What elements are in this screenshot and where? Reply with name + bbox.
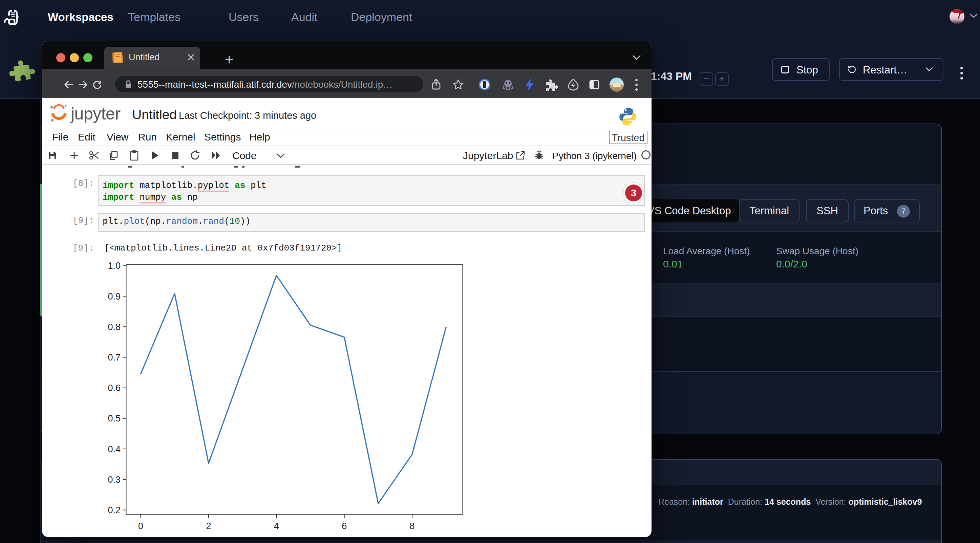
svg-text:0.7: 0.7 — [108, 352, 121, 362]
svg-text:0: 0 — [138, 521, 143, 531]
svg-text:4: 4 — [274, 521, 279, 531]
svg-text:0.3: 0.3 — [108, 475, 121, 485]
svg-text:0.9: 0.9 — [108, 292, 121, 302]
svg-text:0.8: 0.8 — [108, 322, 121, 332]
svg-text:8: 8 — [410, 521, 415, 531]
svg-text:0.4: 0.4 — [108, 444, 121, 454]
svg-text:0.2: 0.2 — [108, 505, 121, 515]
svg-text:0.6: 0.6 — [108, 383, 121, 393]
svg-text:0.5: 0.5 — [108, 413, 121, 424]
svg-text:1.0: 1.0 — [108, 261, 121, 271]
svg-text:2: 2 — [206, 521, 211, 531]
svg-text:6: 6 — [342, 521, 347, 531]
